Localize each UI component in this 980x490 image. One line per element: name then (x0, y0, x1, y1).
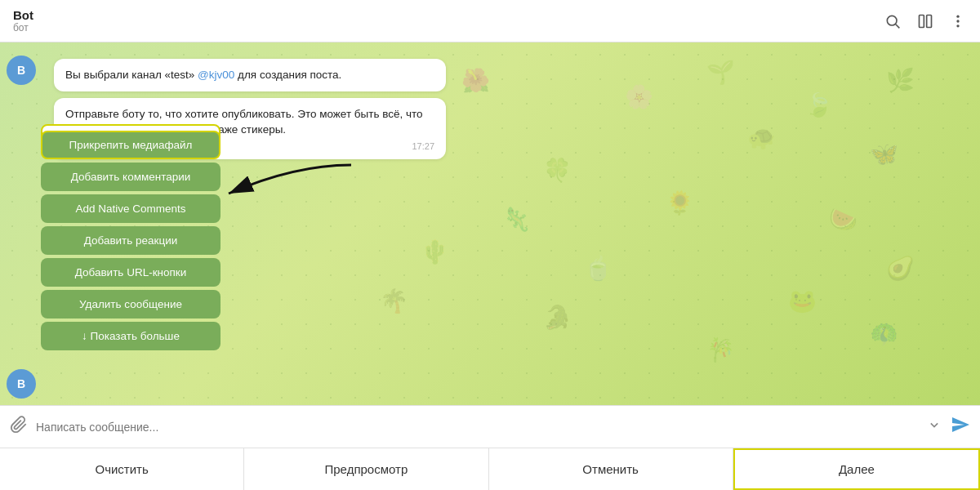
bot-subtitle: бот (13, 22, 884, 33)
message-input-area (0, 405, 980, 448)
bottom-action-bar: Очистить Предпросмотр Отменить Далее (0, 448, 980, 490)
user-avatar: B (7, 369, 36, 399)
next-button[interactable]: Далее (733, 448, 980, 490)
svg-line-1 (896, 24, 900, 28)
clear-button[interactable]: Очистить (0, 448, 243, 490)
header: Bot бот (0, 0, 980, 42)
search-icon[interactable] (884, 12, 902, 30)
header-icons (884, 12, 967, 30)
svg-rect-2 (920, 15, 924, 27)
columns-icon[interactable] (916, 12, 934, 30)
send-icon[interactable] (951, 415, 970, 439)
show-more-button[interactable]: ↓ Показать больше (41, 322, 220, 350)
input-right-icons (926, 415, 970, 439)
delete-message-button[interactable]: Удалить сообщение (41, 290, 220, 318)
svg-point-0 (887, 16, 897, 25)
action-buttons-panel: Прикрепить медиафайл Добавить комментари… (41, 131, 220, 354)
attach-icon[interactable] (10, 416, 28, 438)
menu-icon[interactable] (949, 12, 967, 30)
channel-link[interactable]: @kjv00 (198, 69, 234, 81)
add-url-buttons-button[interactable]: Добавить URL-кнопки (41, 258, 220, 287)
svg-point-5 (956, 20, 959, 22)
chat-area: 🌿 🍃 🌱 🦋 🐢 🌸 🍀 🌺 🦜 🍉 🌻 🦎 🥑 🐸 🍵 🌵 🦚 🎋 🐊 🌴 … (0, 42, 980, 405)
svg-rect-3 (927, 15, 932, 27)
message-bubble: Вы выбрали канал «test» @kjv00 для созда… (54, 59, 446, 91)
bot-info: Bot бот (13, 8, 884, 33)
bot-name: Bot (13, 8, 884, 22)
message-input[interactable] (36, 421, 926, 434)
svg-point-6 (956, 24, 959, 27)
preview-button[interactable]: Предпросмотр (244, 448, 488, 490)
add-reactions-button[interactable]: Добавить реакции (41, 226, 220, 255)
message-text: Вы выбрали канал «test» @kjv00 для созда… (65, 67, 434, 83)
add-comments-button[interactable]: Добавить комментарии (41, 163, 220, 191)
expand-icon[interactable] (926, 416, 942, 437)
cancel-button[interactable]: Отменить (489, 448, 733, 490)
svg-point-4 (956, 15, 959, 17)
add-native-comments-button[interactable]: Add Native Comments (41, 194, 220, 223)
attach-media-button[interactable]: Прикрепить медиафайл (41, 131, 220, 159)
